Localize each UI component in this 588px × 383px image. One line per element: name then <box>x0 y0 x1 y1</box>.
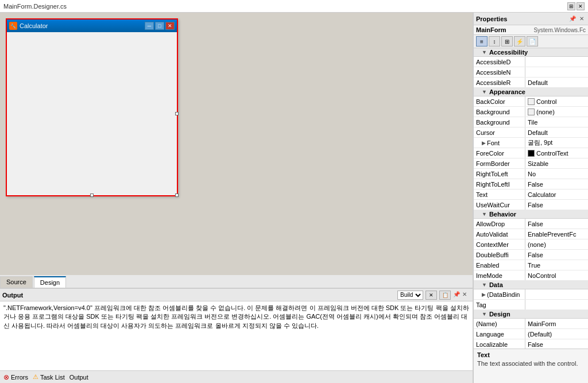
properties-list: ▼ Accessibility AccessibleD AccessibleN … <box>474 48 588 349</box>
prop-backcolor: BackColor Control <box>474 96 588 107</box>
prop-value-allowdrop[interactable]: False <box>525 219 588 229</box>
prop-value-cursor[interactable]: Default <box>525 127 588 137</box>
close-button[interactable]: ✕ <box>577 2 585 10</box>
errors-tab[interactable]: ⊗ Errors <box>3 373 28 381</box>
prop-value-backgroundimage[interactable]: (none) <box>525 107 588 117</box>
prop-name-righttoleftlayout: RightToLeftI <box>474 179 525 189</box>
tasklist-tab[interactable]: ⚠ Task List <box>33 373 65 381</box>
prop-name-accessibler: AccessibleR <box>474 78 525 87</box>
form-window[interactable]: 🔧 Calculator ─ □ ✕ <box>6 18 178 196</box>
category-design-label: Design <box>489 311 510 318</box>
warning-icon: ⚠ <box>33 373 38 381</box>
output-title: Output <box>2 292 23 299</box>
prop-value-accessibled[interactable] <box>525 57 588 67</box>
output-header: Output Build ✕ 📋 📌 ✕ <box>0 289 473 301</box>
props-object-type: System.Windows.Fc <box>533 27 586 33</box>
tab-source[interactable]: Source <box>0 276 33 288</box>
prop-value-databindings[interactable] <box>525 289 588 299</box>
output-text: ".NETFramework,Version=v4.0" 프레임워크에 대한 참… <box>3 304 469 329</box>
prop-name-enabled: Enabled <box>474 260 525 270</box>
tasklist-label: Task List <box>40 374 65 381</box>
description-text: The text associated with the control. <box>477 359 585 368</box>
category-behavior-label: Behavior <box>489 211 516 218</box>
props-properties-btn[interactable]: ⊞ <box>501 36 513 47</box>
bottom-area: Output Build ✕ 📋 📌 ✕ ".NETFramework,Vers… <box>0 288 473 383</box>
prop-value-contextmenustrip[interactable]: (none) <box>525 239 588 249</box>
prop-name-name: (Name) <box>474 319 525 328</box>
category-behavior[interactable]: ▼ Behavior <box>474 210 588 219</box>
prop-name-imemode: ImeMode <box>474 270 525 280</box>
forecolor-swatch <box>528 150 535 157</box>
props-categorized-btn[interactable]: ≡ <box>476 36 488 47</box>
design-tabs: Source Design <box>0 275 473 288</box>
tab-design[interactable]: Design <box>34 276 66 288</box>
prop-value-tag[interactable] <box>525 300 588 310</box>
prop-righttoleft: RightToLeft No <box>474 169 588 179</box>
resize-handle-right[interactable] <box>175 112 179 115</box>
designer-area: 🔧 Calculator ─ □ ✕ <box>0 13 473 275</box>
prop-value-accessibler[interactable]: Default <box>525 78 588 87</box>
prop-value-font[interactable]: 굴림, 9pt <box>525 138 588 148</box>
props-toolbar: ≡ ↕ ⊞ ⚡ 📄 <box>474 35 588 48</box>
prop-allowdrop: AllowDrop False <box>474 219 588 229</box>
props-events-btn[interactable]: ⚡ <box>514 36 525 47</box>
output-pin-btns: 📌 ✕ <box>453 291 470 299</box>
behavior-arrow: ▼ <box>482 211 487 217</box>
prop-accessibled: AccessibleD <box>474 57 588 67</box>
prop-value-righttoleftlayout[interactable]: False <box>525 179 588 189</box>
output-tab[interactable]: Output <box>69 374 88 381</box>
resize-handle-bottom[interactable] <box>90 194 94 197</box>
description-title: Text <box>477 351 585 358</box>
form-maximize-btn[interactable]: □ <box>155 22 164 30</box>
backgroundimage-swatch <box>528 109 535 115</box>
category-design[interactable]: ▼ Design <box>474 310 588 319</box>
props-alphabetical-btn[interactable]: ↕ <box>489 36 500 47</box>
output-clear-btn[interactable]: ✕ <box>425 291 437 300</box>
prop-value-name[interactable]: MainForm <box>525 319 588 328</box>
prop-name-font: ▶Font <box>474 138 525 148</box>
prop-value-enabled[interactable]: True <box>525 260 588 270</box>
prop-name-backgroundlayout: Background <box>474 117 525 127</box>
prop-value-backgroundlayout[interactable]: Tile <box>525 117 588 127</box>
prop-formborder: FormBorder Sizable <box>474 158 588 169</box>
prop-value-autovalidate[interactable]: EnablePreventFc <box>525 229 588 239</box>
resize-handle-bottom-right[interactable] <box>175 194 179 197</box>
form-close-btn[interactable]: ✕ <box>165 22 175 30</box>
output-label: Output <box>69 374 88 381</box>
props-object-row: MainForm System.Windows.Fc <box>474 25 588 35</box>
prop-value-accessiblen[interactable] <box>525 67 588 77</box>
prop-imemode: ImeMode NoControl <box>474 270 588 281</box>
props-pin-btn[interactable]: 📌 <box>568 15 577 23</box>
prop-value-text[interactable]: Calculator <box>525 189 588 199</box>
output-pin-btn[interactable]: 📌 <box>453 291 461 299</box>
prop-value-righttoleft[interactable]: No <box>525 169 588 179</box>
category-data[interactable]: ▼ Data <box>474 281 588 289</box>
props-close-btn[interactable]: ✕ <box>578 15 586 23</box>
prop-name-autovalidate: AutoValidat <box>474 229 525 239</box>
output-close-btn[interactable]: ✕ <box>462 291 470 299</box>
prop-name-language: Language <box>474 329 525 339</box>
prop-value-formborder[interactable]: Sizable <box>525 158 588 168</box>
prop-value-language[interactable]: (Default) <box>525 329 588 339</box>
prop-name-forecolor: ForeColor <box>474 148 525 158</box>
form-minimize-btn[interactable]: ─ <box>145 22 154 30</box>
prop-value-backcolor[interactable]: Control <box>525 96 588 106</box>
prop-value-forecolor[interactable]: ControlText <box>525 148 588 158</box>
category-accessibility[interactable]: ▼ Accessibility <box>474 48 588 57</box>
output-content: ".NETFramework,Version=v4.0" 프레임워크에 대한 참… <box>0 301 473 370</box>
prop-value-imemode[interactable]: NoControl <box>525 270 588 280</box>
category-appearance[interactable]: ▼ Appearance <box>474 88 588 96</box>
prop-value-doublebuffered[interactable]: False <box>525 250 588 260</box>
output-copy-btn[interactable]: 📋 <box>439 291 451 300</box>
prop-name-localizable: Localizable <box>474 339 525 349</box>
prop-value-usewaitcursor[interactable]: False <box>525 200 588 210</box>
prop-name-backcolor: BackColor <box>474 96 525 106</box>
prop-autovalidate: AutoValidat EnablePreventFc <box>474 229 588 239</box>
prop-language: Language (Default) <box>474 329 588 339</box>
output-controls: Build ✕ 📋 📌 ✕ <box>397 291 470 300</box>
prop-name-cursor: Cursor <box>474 127 525 137</box>
pin-button[interactable]: ⊞ <box>567 2 575 10</box>
prop-value-localizable[interactable]: False <box>525 339 588 349</box>
output-source-select[interactable]: Build <box>397 291 423 300</box>
props-pages-btn[interactable]: 📄 <box>527 36 538 47</box>
